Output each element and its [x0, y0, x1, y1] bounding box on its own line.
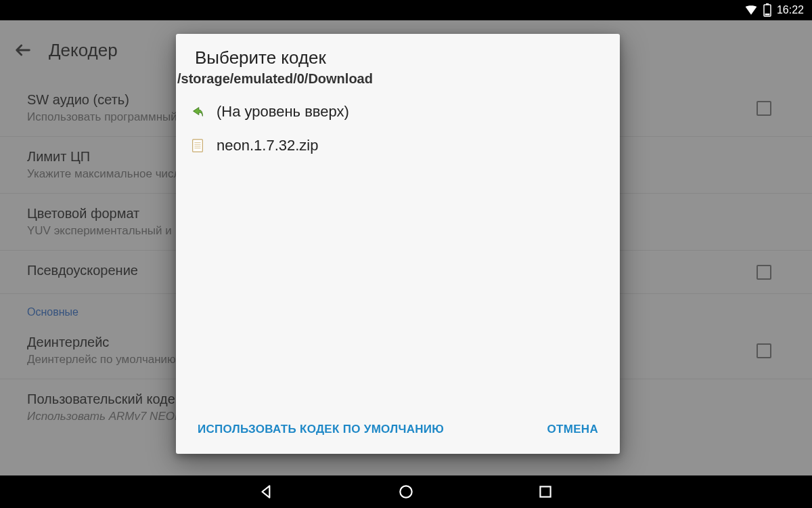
- svg-rect-3: [193, 140, 203, 152]
- wifi-icon: [744, 3, 758, 17]
- file-list: (На уровень вверх) neon.1.7.32.zip: [176, 92, 620, 410]
- codec-picker-dialog: Выберите кодек /storage/emulated/0/Downl…: [176, 34, 620, 454]
- svg-rect-2: [765, 14, 769, 16]
- dialog-path: /storage/emulated/0/Download: [177, 71, 373, 86]
- status-bar: 16:22: [0, 0, 812, 20]
- svg-rect-9: [540, 486, 550, 496]
- svg-point-8: [400, 486, 411, 497]
- file-name: neon.1.7.32.zip: [217, 137, 318, 154]
- svg-rect-1: [766, 3, 769, 5]
- file-row[interactable]: neon.1.7.32.zip: [181, 129, 614, 163]
- nav-home-icon[interactable]: [397, 483, 415, 501]
- use-default-codec-button[interactable]: ИСПОЛЬЗОВАТЬ КОДЕК ПО УМОЛЧАНИЮ: [195, 417, 447, 442]
- navigation-bar: [0, 475, 812, 508]
- nav-recent-icon[interactable]: [537, 483, 554, 501]
- file-name: (На уровень вверх): [217, 103, 349, 121]
- cancel-button[interactable]: ОТМЕНА: [545, 417, 601, 442]
- back-arrow-icon: [189, 104, 206, 120]
- file-row-up[interactable]: (На уровень вверх): [181, 95, 614, 129]
- status-time: 16:22: [777, 4, 804, 16]
- file-icon: [189, 137, 206, 154]
- battery-icon: [763, 3, 771, 17]
- dialog-title: Выберите кодек: [195, 47, 601, 68]
- nav-back-icon[interactable]: [258, 483, 275, 501]
